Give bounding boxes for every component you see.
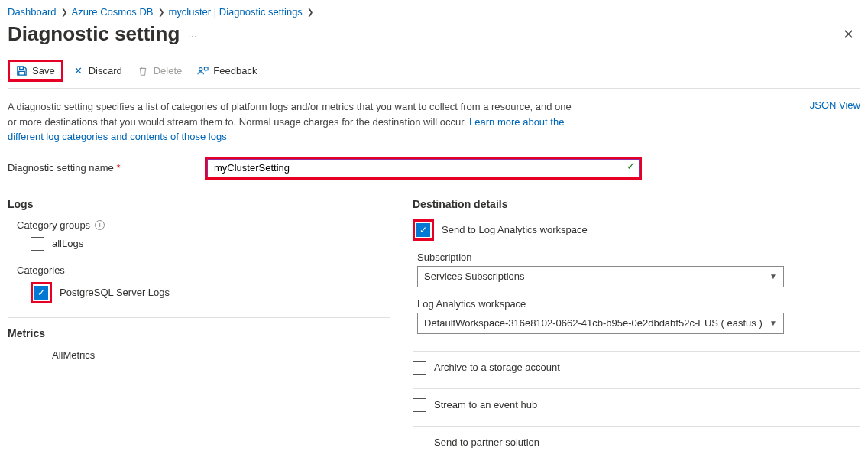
valid-check-icon: ✓ [627,160,636,172]
alllogs-checkbox[interactable] [31,237,44,251]
toolbar: Save ✕ Discard Delete Feedback [8,60,860,89]
archive-label: Archive to a storage account [434,362,560,373]
more-menu[interactable]: … [187,28,199,40]
archive-checkbox[interactable] [413,361,426,375]
pg-logs-checkbox-highlight: ✓ [31,282,52,303]
setting-name-label: Diagnostic setting name * [8,162,205,174]
workspace-select[interactable]: DefaultWorkspace-316e8102-0662-41cb-b95e… [417,313,784,334]
bc-dashboard[interactable]: Dashboard [8,6,57,18]
delete-icon [138,65,149,76]
metrics-heading: Metrics [8,327,390,339]
close-icon: ✕ [73,65,84,76]
allmetrics-label: AllMetrics [52,349,95,361]
allmetrics-checkbox[interactable] [31,349,44,362]
delete-label: Delete [154,65,183,76]
chevron-down-icon: ▼ [769,319,777,327]
discard-button[interactable]: ✕ Discard [66,62,128,79]
partner-label: Send to partner solution [434,436,539,448]
send-la-label: Send to Log Analytics workspace [442,224,588,235]
send-la-checkbox[interactable]: ✓ [416,223,430,237]
feedback-label: Feedback [213,65,257,76]
save-label: Save [32,65,55,76]
alllogs-label: allLogs [52,238,83,249]
eventhub-label: Stream to an event hub [434,399,537,410]
save-icon [16,65,28,76]
diagnostic-setting-page: Dashboard ❯ Azure Cosmos DB ❯ mycluster … [0,0,868,464]
subscription-value: Services Subscriptions [424,271,525,282]
subscription-select[interactable]: Services Subscriptions ▼ [417,266,784,287]
chevron-right-icon: ❯ [307,8,313,16]
chevron-down-icon: ▼ [769,272,777,281]
setting-name-input[interactable] [207,159,640,177]
bc-cluster-diag[interactable]: mycluster | Diagnostic settings [169,6,303,18]
svg-point-0 [199,67,202,70]
close-button[interactable]: ✕ [837,23,860,46]
page-title: Diagnostic setting [8,22,180,46]
feedback-icon [197,65,209,76]
discard-label: Discard [89,65,122,76]
chevron-right-icon: ❯ [61,8,67,16]
destination-heading: Destination details [413,198,860,210]
logs-heading: Logs [8,198,390,210]
feedback-button[interactable]: Feedback [191,62,263,79]
pg-logs-label: PostgreSQL Server Logs [60,287,170,298]
save-button[interactable]: Save [8,60,63,82]
pg-logs-checkbox[interactable]: ✓ [34,286,48,300]
eventhub-checkbox[interactable] [413,398,426,412]
intro-text: A diagnostic setting specifies a list of… [8,99,573,144]
categories-label: Categories [17,264,390,276]
partner-checkbox[interactable] [413,436,426,449]
chevron-right-icon: ❯ [158,8,164,16]
workspace-label: Log Analytics workspace [417,298,860,310]
workspace-value: DefaultWorkspace-316e8102-0662-41cb-b95e… [424,317,763,329]
delete-button: Delete [131,62,189,79]
subscription-label: Subscription [417,251,860,263]
breadcrumb: Dashboard ❯ Azure Cosmos DB ❯ mycluster … [8,6,860,18]
send-la-checkbox-highlight: ✓ [413,219,434,241]
info-icon[interactable]: i [95,220,105,230]
category-groups-label: Category groups [17,219,90,231]
bc-cosmos[interactable]: Azure Cosmos DB [72,6,154,18]
json-view-link[interactable]: JSON View [801,99,860,144]
